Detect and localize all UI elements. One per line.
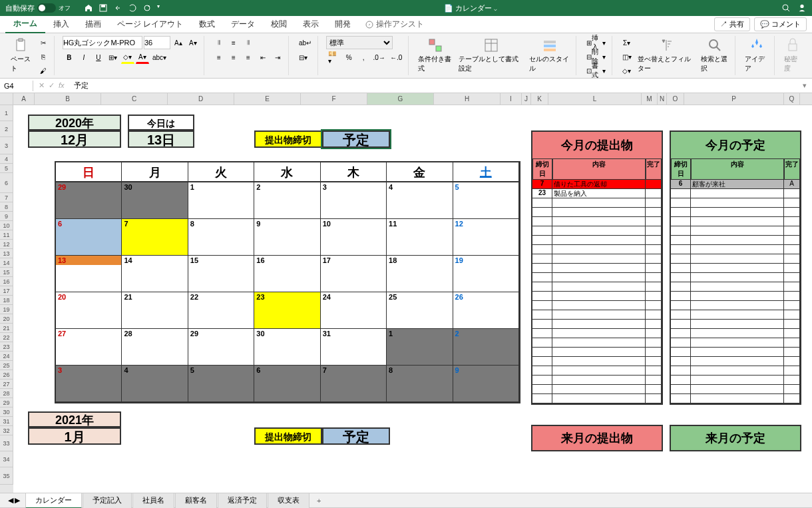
row-header[interactable]: 31 xyxy=(0,417,13,426)
table-row[interactable] xyxy=(671,394,800,403)
calendar-cell[interactable]: 29 xyxy=(188,329,254,366)
sensitivity-button[interactable]: 秘密度 xyxy=(783,36,803,75)
select-all-corner[interactable] xyxy=(0,93,13,105)
calendar-cell[interactable]: 30 xyxy=(122,182,188,219)
table-row[interactable] xyxy=(532,310,662,320)
table-row[interactable] xyxy=(532,245,662,254)
tab-home[interactable]: ホーム xyxy=(5,15,45,33)
tab-insert[interactable]: 挿入 xyxy=(45,16,77,33)
calendar-cell[interactable]: 5 xyxy=(453,182,519,219)
table-row[interactable] xyxy=(671,245,800,254)
tab-draw[interactable]: 描画 xyxy=(77,16,109,33)
italic-button[interactable]: I xyxy=(77,51,91,64)
table-row[interactable] xyxy=(532,394,662,403)
table-row[interactable] xyxy=(671,208,800,217)
table-row[interactable] xyxy=(671,320,800,329)
table-row[interactable] xyxy=(532,292,662,301)
sheet-tab[interactable]: 社員名 xyxy=(132,493,174,509)
table-row[interactable] xyxy=(671,236,800,245)
table-row[interactable] xyxy=(671,338,800,348)
conditional-format-button[interactable]: 条件付き書式 xyxy=(417,36,455,75)
table-row[interactable] xyxy=(671,376,800,385)
autosave-toggle[interactable]: 自動保存 オフ xyxy=(5,3,71,13)
table-row[interactable] xyxy=(671,217,800,226)
calendar-cell[interactable]: 4 xyxy=(122,366,188,402)
table-row[interactable] xyxy=(671,301,800,310)
calendar-cell[interactable]: 31 xyxy=(321,329,387,366)
table-row[interactable] xyxy=(532,357,662,366)
row-header[interactable]: 13 xyxy=(0,249,13,258)
refresh-icon[interactable] xyxy=(142,3,152,13)
tab-scroll-left-icon[interactable]: ◀ xyxy=(8,496,13,505)
row-header[interactable]: 15 xyxy=(0,268,13,277)
calendar-cell[interactable]: 6 xyxy=(254,366,320,402)
tab-review[interactable]: 校閲 xyxy=(263,16,295,33)
comments-button[interactable]: 💬 コメント xyxy=(754,17,807,31)
calendar-cell[interactable]: 6 xyxy=(56,219,122,256)
table-row[interactable] xyxy=(671,264,800,273)
row-header[interactable]: 18 xyxy=(0,296,13,305)
align-middle-icon[interactable]: ≡ xyxy=(227,36,240,49)
column-header[interactable]: O xyxy=(667,93,684,105)
row-header[interactable]: 23 xyxy=(0,342,13,352)
calendar-cell[interactable]: 1 xyxy=(188,182,254,219)
row-header[interactable]: 5 xyxy=(0,164,13,173)
table-row[interactable] xyxy=(532,282,662,292)
table-row[interactable] xyxy=(671,292,800,301)
search-icon[interactable] xyxy=(781,3,791,13)
formula-input[interactable]: 予定 xyxy=(70,79,797,92)
row-header[interactable]: 32 xyxy=(0,426,13,435)
percent-icon[interactable]: % xyxy=(342,51,355,64)
row-header[interactable]: 30 xyxy=(0,407,13,417)
row-header[interactable]: 27 xyxy=(0,380,13,389)
table-row[interactable] xyxy=(532,366,662,376)
sum-icon[interactable]: Σ▾ xyxy=(620,36,634,49)
table-row[interactable] xyxy=(671,189,800,198)
copy-icon[interactable]: ⎘ xyxy=(37,50,50,63)
row-header[interactable]: 33 xyxy=(0,435,13,451)
table-row[interactable] xyxy=(532,217,662,226)
row-header[interactable]: 2 xyxy=(0,121,13,137)
row-header[interactable]: 6 xyxy=(0,173,13,193)
table-row[interactable] xyxy=(532,348,662,357)
calendar-cell[interactable]: 28 xyxy=(122,329,188,366)
column-header[interactable]: M xyxy=(642,93,658,105)
row-header[interactable]: 16 xyxy=(0,277,13,286)
column-header[interactable]: J xyxy=(522,93,531,105)
table-row[interactable] xyxy=(671,273,800,282)
currency-icon[interactable]: 💴▾ xyxy=(326,51,341,64)
column-header[interactable]: I xyxy=(501,93,522,105)
calendar-cell[interactable]: 8 xyxy=(188,219,254,256)
column-header[interactable]: P xyxy=(684,93,784,105)
row-header[interactable]: 22 xyxy=(0,333,13,342)
calendar-cell[interactable]: 9 xyxy=(453,366,519,402)
indent-decrease-icon[interactable]: ⇤ xyxy=(256,51,270,64)
comma-icon[interactable]: , xyxy=(357,51,370,64)
row-header[interactable]: 7 xyxy=(0,193,13,202)
calendar-cell[interactable]: 1 xyxy=(387,329,453,366)
tab-developer[interactable]: 開発 xyxy=(327,16,359,33)
table-row[interactable] xyxy=(532,320,662,329)
column-header[interactable]: H xyxy=(434,93,501,105)
calendar-cell[interactable]: 27 xyxy=(56,329,122,366)
row-header[interactable]: 10 xyxy=(0,221,13,230)
calendar-cell[interactable]: 14 xyxy=(122,256,188,292)
calendar-cell[interactable]: 25 xyxy=(387,292,453,329)
table-row[interactable]: 23製品を納入 xyxy=(532,189,662,198)
align-bottom-icon[interactable]: ⫴ xyxy=(242,36,255,49)
tab-page-layout[interactable]: ページ レイアウト xyxy=(109,16,191,33)
bold-button[interactable]: B xyxy=(63,51,76,64)
sheet-tab[interactable]: 返済予定 xyxy=(218,493,267,509)
table-row[interactable] xyxy=(532,385,662,394)
table-format-button[interactable]: テーブルとして書式設定 xyxy=(457,36,525,75)
format-cells-button[interactable]: ⊡ 書式 ▾ xyxy=(584,64,608,77)
calendar-cell[interactable]: 11 xyxy=(387,219,453,256)
table-row[interactable] xyxy=(671,198,800,208)
calendar-cell[interactable]: 29 xyxy=(56,182,122,219)
calendar-cell[interactable]: 13 xyxy=(56,256,122,292)
column-header[interactable]: A xyxy=(13,93,35,105)
column-header[interactable]: D xyxy=(168,93,234,105)
table-row[interactable] xyxy=(671,226,800,236)
calendar-cell[interactable]: 9 xyxy=(254,219,320,256)
calendar-cell[interactable]: 20 xyxy=(56,292,122,329)
